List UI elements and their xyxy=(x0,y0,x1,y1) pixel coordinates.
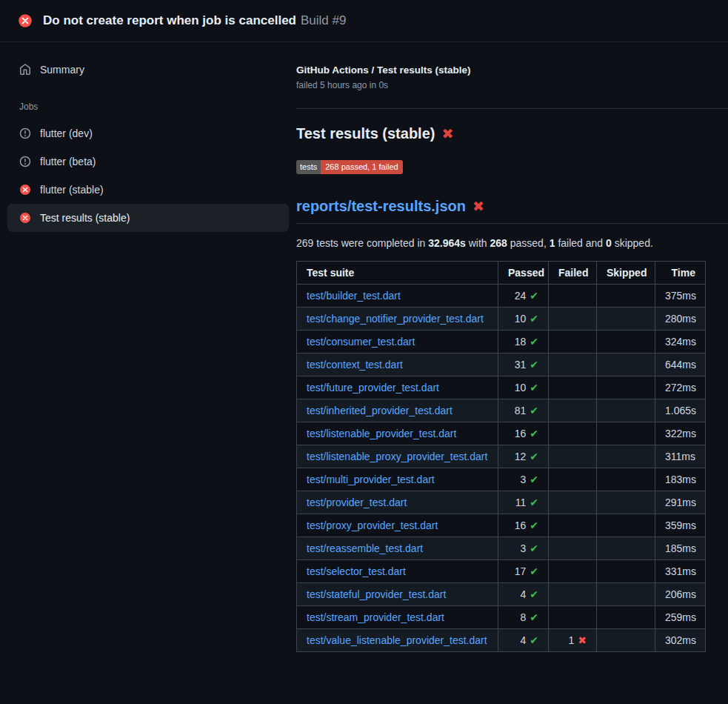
suite-link[interactable]: test/provider_test.dart xyxy=(307,497,407,508)
sidebar-item-flutter-dev[interactable]: flutter (dev) xyxy=(7,119,289,147)
check-run-title: Do not create report when job is cancell… xyxy=(43,13,296,27)
time-cell: 311ms xyxy=(655,445,706,468)
suite-link[interactable]: test/stream_provider_test.dart xyxy=(307,611,444,623)
skipped-cell xyxy=(597,514,655,537)
table-row: test/value_listenable_provider_test.dart… xyxy=(297,629,706,652)
suite-link[interactable]: test/context_test.dart xyxy=(307,359,403,371)
job-label: flutter (beta) xyxy=(40,156,96,167)
page-title: Do not create report when job is cancell… xyxy=(43,13,346,28)
passed-cell: 16✔ xyxy=(498,422,549,445)
time-cell: 183ms xyxy=(655,468,706,491)
check-icon: ✔ xyxy=(530,405,538,416)
suite-link[interactable]: test/builder_test.dart xyxy=(307,290,401,302)
tests-badge: tests 268 passed, 1 failed xyxy=(296,160,403,174)
failed-status-icon xyxy=(19,212,31,224)
suite-link[interactable]: test/stateful_provider_test.dart xyxy=(307,588,446,600)
passed-count: 18 xyxy=(515,336,527,348)
check-title-text: Test results (stable) xyxy=(296,125,435,142)
failed-cell xyxy=(549,491,597,514)
check-icon: ✔ xyxy=(530,497,538,508)
failed-cell xyxy=(549,606,597,629)
skipped-cell xyxy=(597,445,655,468)
skipped-cell xyxy=(597,308,655,331)
skipped-cell xyxy=(597,353,655,376)
sidebar-item-flutter-stable[interactable]: flutter (stable) xyxy=(7,176,289,204)
suite-link[interactable]: test/selector_test.dart xyxy=(307,565,406,577)
skipped-cell xyxy=(597,583,655,606)
suite-link[interactable]: test/multi_provider_test.dart xyxy=(307,474,435,485)
suite-link[interactable]: test/inherited_provider_test.dart xyxy=(307,405,453,416)
col-header-skipped: Skipped xyxy=(597,262,655,285)
time-cell: 322ms xyxy=(655,422,706,445)
report-link[interactable]: reports/test-results.json xyxy=(296,198,466,215)
suite-link[interactable]: test/reassemble_test.dart xyxy=(307,542,423,554)
sidebar-item-summary[interactable]: Summary xyxy=(7,57,289,82)
suite-cell: test/value_listenable_provider_test.dart xyxy=(297,629,498,652)
suite-link[interactable]: test/listenable_provider_test.dart xyxy=(307,428,456,439)
passed-count: 16 xyxy=(515,519,527,531)
passed-count: 3 xyxy=(520,542,526,554)
suite-cell: test/future_provider_test.dart xyxy=(297,376,498,399)
table-row: test/proxy_provider_test.dart 16✔ 359ms xyxy=(297,514,706,537)
passed-cell: 18✔ xyxy=(498,331,549,353)
report-heading: reports/test-results.json ✖ xyxy=(296,198,728,224)
failed-cell xyxy=(549,285,597,308)
skipped-cell xyxy=(597,376,655,399)
table-row: test/inherited_provider_test.dart 81✔ 1.… xyxy=(297,399,706,422)
table-row: test/reassemble_test.dart 3✔ 185ms xyxy=(297,537,706,560)
check-run-header: Do not create report when job is cancell… xyxy=(0,0,728,42)
suite-cell: test/multi_provider_test.dart xyxy=(297,468,498,491)
col-header-passed: Passed xyxy=(498,262,549,285)
check-icon: ✔ xyxy=(530,588,538,600)
time-cell: 331ms xyxy=(655,560,706,583)
suite-link[interactable]: test/proxy_provider_test.dart xyxy=(307,519,438,531)
sidebar-item-test-results-stable[interactable]: Test results (stable) xyxy=(7,204,289,232)
passed-cell: 24✔ xyxy=(498,285,549,308)
check-icon: ✔ xyxy=(530,519,538,531)
suite-cell: test/inherited_provider_test.dart xyxy=(297,399,498,422)
passed-cell: 4✔ xyxy=(498,583,549,606)
table-row: test/provider_test.dart 11✔ 291ms xyxy=(297,491,706,514)
sidebar-item-flutter-beta[interactable]: flutter (beta) xyxy=(7,147,289,176)
time-cell: 280ms xyxy=(655,308,706,331)
passed-count: 12 xyxy=(515,451,527,462)
skipped-cell xyxy=(597,331,655,353)
table-body: test/builder_test.dart 24✔ 375ms test/ch… xyxy=(297,285,706,652)
suite-link[interactable]: test/consumer_test.dart xyxy=(307,336,415,348)
passed-cell: 11✔ xyxy=(498,491,549,514)
neutral-status-icon xyxy=(19,156,31,167)
passed-count: 31 xyxy=(515,359,527,371)
skipped-cell xyxy=(597,399,655,422)
cross-icon: ✖ xyxy=(578,634,587,646)
passed-count: 17 xyxy=(515,565,527,577)
passed-cell: 31✔ xyxy=(498,353,549,376)
failed-cell xyxy=(549,308,597,331)
failed-cell xyxy=(549,514,597,537)
badge-row: tests 268 passed, 1 failed xyxy=(296,160,728,174)
suite-link[interactable]: test/value_listenable_provider_test.dart xyxy=(307,634,487,646)
failed-cell xyxy=(549,376,597,399)
failed-cell xyxy=(549,422,597,445)
failed-cell xyxy=(549,399,597,422)
time-cell: 359ms xyxy=(655,514,706,537)
failed-cell xyxy=(549,331,597,353)
suite-link[interactable]: test/future_provider_test.dart xyxy=(307,382,439,393)
passed-count: 11 xyxy=(515,497,527,508)
passed-count: 10 xyxy=(515,313,527,325)
passed-cell: 8✔ xyxy=(498,606,549,629)
summary-text: 269 tests were completed in 32.964s with… xyxy=(296,237,728,249)
suite-link[interactable]: test/change_notifier_provider_test.dart xyxy=(307,313,484,325)
suite-cell: test/builder_test.dart xyxy=(297,285,498,308)
suite-cell: test/context_test.dart xyxy=(297,353,498,376)
main-content: GitHub Actions / Test results (stable) f… xyxy=(296,42,728,652)
time-cell: 291ms xyxy=(655,491,706,514)
time-cell: 644ms xyxy=(655,353,706,376)
failed-cell xyxy=(549,560,597,583)
failed-status-icon xyxy=(19,184,31,196)
check-icon: ✔ xyxy=(530,428,538,439)
neutral-status-icon xyxy=(19,127,31,139)
suite-cell: test/consumer_test.dart xyxy=(297,331,498,353)
suite-link[interactable]: test/listenable_proxy_provider_test.dart xyxy=(307,451,487,462)
passed-cell: 12✔ xyxy=(498,445,549,468)
suite-cell: test/stream_provider_test.dart xyxy=(297,606,498,629)
